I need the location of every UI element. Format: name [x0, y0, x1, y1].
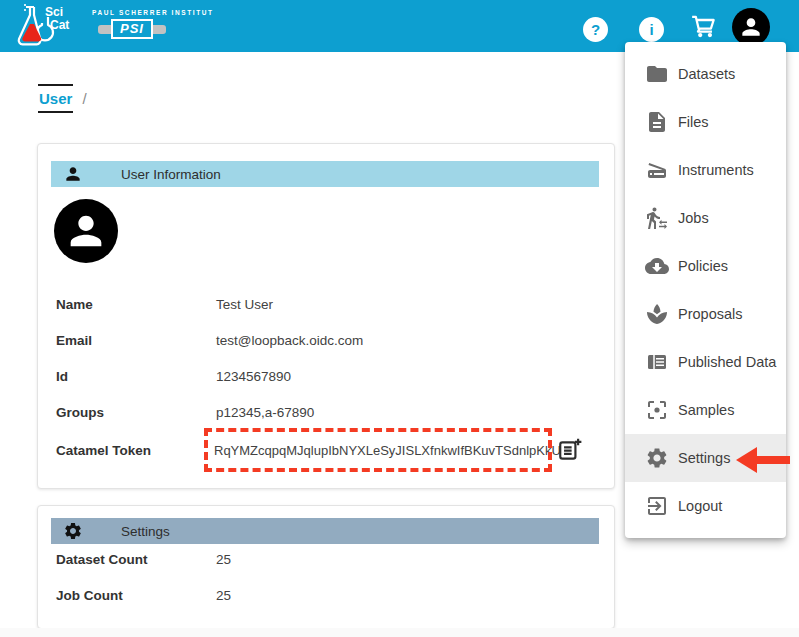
field-label: Dataset Count: [56, 552, 148, 567]
menu-item-label: Settings: [678, 450, 730, 466]
spa-icon: [645, 302, 669, 326]
field-value: test@loopback.oidc.com: [216, 333, 363, 348]
menu-item-samples[interactable]: Samples: [625, 386, 786, 434]
field-label: Job Count: [56, 588, 123, 603]
field-row-name: Name Test User: [38, 295, 614, 313]
person-icon: [738, 14, 764, 40]
menu-item-jobs[interactable]: Jobs: [625, 194, 786, 242]
menu-item-published-data[interactable]: Published Data: [625, 338, 786, 386]
field-label: Email: [56, 333, 92, 348]
gear-icon: [645, 446, 669, 470]
menu-item-logout[interactable]: Logout: [625, 482, 786, 530]
info-glyph: i: [649, 21, 653, 38]
user-information-card: User Information Name Test User Email te…: [37, 143, 615, 489]
menu-item-proposals[interactable]: Proposals: [625, 290, 786, 338]
gear-icon: [63, 521, 83, 541]
menu-item-label: Proposals: [678, 306, 742, 322]
menu-item-label: Datasets: [678, 66, 735, 82]
svg-text:Cat: Cat: [50, 18, 69, 32]
card-title: User Information: [121, 167, 221, 182]
user-information-header: User Information: [51, 161, 599, 187]
breadcrumb: User /: [38, 84, 87, 113]
menu-item-label: Jobs: [678, 210, 709, 226]
field-label: Name: [56, 297, 93, 312]
logout-icon: [645, 494, 669, 518]
field-label: Id: [56, 369, 68, 384]
file-icon: [645, 110, 669, 134]
catamel-token-value: RqYMZcqpqMJqlupIbNYXLeSyJISLXfnkwIfBKuvT…: [214, 443, 561, 458]
field-value: Test User: [216, 297, 273, 312]
breadcrumb-user-link[interactable]: User: [38, 84, 73, 113]
help-glyph: ?: [591, 21, 600, 38]
menu-item-label: Instruments: [678, 162, 754, 178]
help-icon[interactable]: ?: [583, 17, 608, 42]
menu-item-instruments[interactable]: Instruments: [625, 146, 786, 194]
folder-icon: [645, 62, 669, 86]
psi-logo[interactable]: PAUL SCHERRER INSTITUT PSI: [92, 9, 202, 39]
menu-item-datasets[interactable]: Datasets: [625, 50, 786, 98]
user-avatar-button[interactable]: [732, 8, 770, 46]
menu-item-label: Files: [678, 114, 709, 130]
cart-icon[interactable]: [690, 13, 718, 41]
menu-item-label: Policies: [678, 258, 728, 274]
psi-logo-row: PSI: [98, 19, 202, 39]
person-walk-icon: [645, 206, 669, 230]
field-value: 25: [216, 588, 231, 603]
settings-card-header: Settings: [51, 518, 599, 544]
field-value: p12345,a-67890: [216, 405, 314, 420]
field-row-groups: Groups p12345,a-67890: [38, 403, 614, 421]
psi-wordmark: PSI: [111, 19, 153, 39]
card-title: Settings: [121, 524, 170, 539]
field-row-dataset-count: Dataset Count 25: [38, 550, 614, 568]
menu-item-policies[interactable]: Policies: [625, 242, 786, 290]
menu-item-label: Logout: [678, 498, 722, 514]
person-icon: [63, 164, 83, 184]
info-icon[interactable]: i: [639, 17, 664, 42]
annotation-arrow: [736, 447, 792, 473]
menu-item-label: Published Data: [678, 354, 776, 370]
profile-avatar: [54, 199, 118, 263]
breadcrumb-separator: /: [83, 90, 87, 107]
page-bottom-strip: [0, 628, 799, 637]
svg-text:Sci: Sci: [45, 5, 63, 19]
scanner-icon: [645, 158, 669, 182]
annotation-arrow-head: [736, 447, 757, 473]
cloud-download-icon: [645, 254, 669, 278]
field-label: Groups: [56, 405, 104, 420]
field-row-catamel-token: Catamel Token RqYMZcqpqMJqlupIbNYXLeSyJI…: [38, 441, 614, 459]
reader-icon: [645, 350, 669, 374]
scicat-logo-icon[interactable]: Sci Cat: [12, 3, 74, 49]
field-row-job-count: Job Count 25: [38, 586, 614, 604]
field-value: 1234567890: [216, 369, 291, 384]
menu-item-files[interactable]: Files: [625, 98, 786, 146]
field-value: 25: [216, 552, 231, 567]
field-row-email: Email test@loopback.oidc.com: [38, 331, 614, 349]
field-row-id: Id 1234567890: [38, 367, 614, 385]
settings-card: Settings Dataset Count 25 Job Count 25: [37, 505, 615, 629]
menu-item-label: Samples: [678, 402, 734, 418]
field-label: Catamel Token: [56, 443, 151, 458]
person-icon: [63, 208, 109, 254]
psi-caption-label: PAUL SCHERRER INSTITUT: [92, 9, 202, 16]
copy-token-icon[interactable]: [557, 437, 583, 463]
focus-icon: [645, 398, 669, 422]
annotation-arrow-shaft: [756, 456, 790, 464]
